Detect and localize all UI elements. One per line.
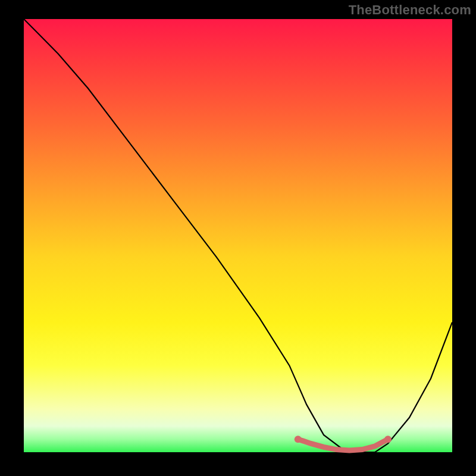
highlight-end-dot	[295, 436, 302, 443]
curve-svg	[24, 19, 452, 452]
plot-area	[24, 19, 452, 452]
bottleneck-curve	[24, 19, 452, 452]
highlight-end-dot	[384, 436, 392, 443]
watermark-text: TheBottleneck.com	[349, 2, 471, 18]
highlight-band	[298, 439, 388, 450]
chart-frame: TheBottleneck.com	[0, 0, 476, 476]
